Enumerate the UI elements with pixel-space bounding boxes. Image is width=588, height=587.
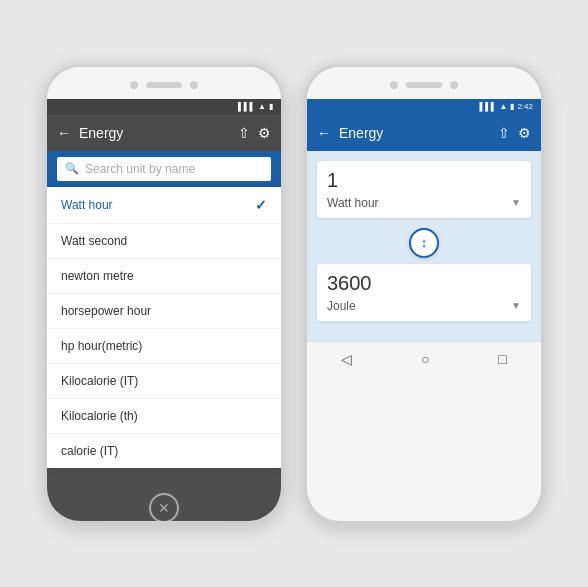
- close-button[interactable]: ✕: [149, 493, 179, 523]
- right-battery-icon: ▮: [510, 102, 514, 111]
- search-bar: 🔍 Search unit by name: [47, 151, 281, 187]
- right-camera-dot2: [450, 81, 458, 89]
- unit-label: calorie (IT): [61, 444, 118, 458]
- output-unit-label: Joule: [327, 299, 356, 313]
- right-share-button[interactable]: ⇧: [498, 125, 510, 141]
- search-placeholder-text: Search unit by name: [85, 162, 195, 176]
- unit-label: hp hour(metric): [61, 339, 142, 353]
- unit-label: Watt hour: [61, 198, 113, 212]
- right-status-bar: ▌▌▌ ▲ ▮ 2:42: [307, 99, 541, 115]
- right-settings-button[interactable]: ⚙: [518, 125, 531, 141]
- left-app-title: Energy: [79, 125, 230, 141]
- wifi-icon: ▲: [258, 102, 266, 111]
- left-app-bar: ← Energy ⇧ ⚙: [47, 115, 281, 151]
- input-value[interactable]: 1: [327, 169, 521, 192]
- right-wifi-icon: ▲: [500, 102, 508, 111]
- right-phone: ▌▌▌ ▲ ▮ 2:42 ← Energy ⇧ ⚙ 1 Watt hour ▼: [304, 64, 544, 524]
- unit-item-kilocalorie-th[interactable]: Kilocalorie (th): [47, 399, 281, 434]
- search-icon: 🔍: [65, 162, 79, 175]
- battery-icon: ▮: [269, 102, 273, 111]
- right-status-icons: ▌▌▌ ▲ ▮ 2:42: [479, 102, 533, 111]
- right-nav-back[interactable]: ◁: [341, 351, 352, 367]
- right-app-title: Energy: [339, 125, 490, 141]
- right-speaker-slot: [406, 82, 442, 88]
- speaker-slot: [146, 82, 182, 88]
- output-value: 3600: [327, 272, 521, 295]
- scene: ▌▌▌ ▲ ▮ ← Energy ⇧ ⚙ 🔍 Search unit by na…: [24, 44, 564, 544]
- right-signal-icon: ▌▌▌: [479, 102, 496, 111]
- right-time: 2:42: [517, 102, 533, 111]
- unit-label: horsepower hour: [61, 304, 151, 318]
- unit-item-newton-metre[interactable]: newton metre: [47, 259, 281, 294]
- swap-button-container: ↕: [317, 228, 531, 258]
- unit-item-watt-second[interactable]: Watt second: [47, 224, 281, 259]
- unit-label: Kilocalorie (IT): [61, 374, 138, 388]
- signal-icon: ▌▌▌: [238, 102, 255, 111]
- unit-label: Kilocalorie (th): [61, 409, 138, 423]
- unit-item-calorie-it[interactable]: calorie (IT): [47, 434, 281, 468]
- left-back-button[interactable]: ←: [57, 125, 71, 141]
- right-back-button[interactable]: ←: [317, 125, 331, 141]
- left-status-bar: ▌▌▌ ▲ ▮: [47, 99, 281, 115]
- search-input-box[interactable]: 🔍 Search unit by name: [57, 157, 271, 181]
- right-nav-home[interactable]: ○: [421, 351, 429, 367]
- input-unit-label: Watt hour: [327, 196, 379, 210]
- checkmark-icon: ✓: [255, 197, 267, 213]
- right-camera-dot: [390, 81, 398, 89]
- unit-label: Watt second: [61, 234, 127, 248]
- right-nav-recent[interactable]: □: [498, 351, 506, 367]
- unit-item-watt-hour[interactable]: Watt hour ✓: [47, 187, 281, 224]
- input-card: 1 Watt hour ▼: [317, 161, 531, 218]
- unit-item-horsepower-hour[interactable]: horsepower hour: [47, 294, 281, 329]
- unit-list: Watt hour ✓ Watt second newton metre hor…: [47, 187, 281, 468]
- camera-dot: [130, 81, 138, 89]
- output-unit-selector[interactable]: Joule ▼: [327, 299, 521, 313]
- unit-label: newton metre: [61, 269, 134, 283]
- output-card: 3600 Joule ▼: [317, 264, 531, 321]
- left-phone-top: [47, 67, 281, 99]
- right-phone-top: [307, 67, 541, 99]
- left-phone: ▌▌▌ ▲ ▮ ← Energy ⇧ ⚙ 🔍 Search unit by na…: [44, 64, 284, 524]
- left-share-button[interactable]: ⇧: [238, 125, 250, 141]
- dark-overlay: ✕: [47, 468, 281, 524]
- right-nav-bar: ◁ ○ □: [307, 341, 541, 377]
- right-app-bar: ← Energy ⇧ ⚙: [307, 115, 541, 151]
- converter-body: 1 Watt hour ▼ ↕ 3600 Joule ▼: [307, 151, 541, 341]
- input-dropdown-arrow: ▼: [511, 197, 521, 208]
- left-settings-button[interactable]: ⚙: [258, 125, 271, 141]
- input-unit-selector[interactable]: Watt hour ▼: [327, 196, 521, 210]
- camera-dot2: [190, 81, 198, 89]
- swap-button[interactable]: ↕: [409, 228, 439, 258]
- output-dropdown-arrow: ▼: [511, 300, 521, 311]
- unit-item-hp-hour-metric[interactable]: hp hour(metric): [47, 329, 281, 364]
- unit-item-kilocalorie-it[interactable]: Kilocalorie (IT): [47, 364, 281, 399]
- left-status-icons: ▌▌▌ ▲ ▮: [238, 102, 273, 111]
